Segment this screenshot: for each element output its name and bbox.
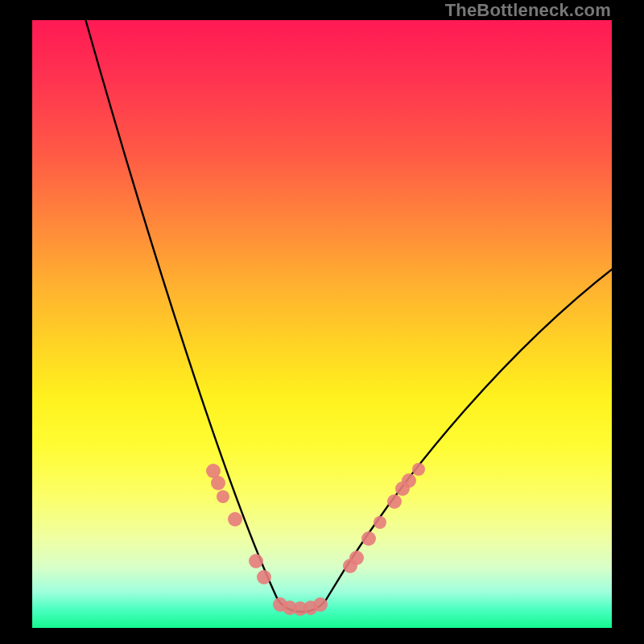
data-point	[211, 476, 225, 490]
bottleneck-curve	[85, 16, 624, 612]
data-point	[402, 473, 416, 488]
data-point	[228, 512, 242, 526]
data-point	[257, 570, 271, 584]
data-point	[249, 554, 263, 568]
data-point	[361, 531, 376, 546]
data-point	[217, 490, 229, 503]
watermark-text: TheBottleneck.com	[445, 0, 611, 21]
data-point	[349, 551, 364, 565]
data-point	[374, 516, 386, 529]
data-markers	[206, 463, 425, 616]
data-point	[313, 597, 328, 612]
data-point	[412, 463, 425, 476]
chart-svg	[32, 20, 612, 628]
data-point	[387, 494, 402, 509]
